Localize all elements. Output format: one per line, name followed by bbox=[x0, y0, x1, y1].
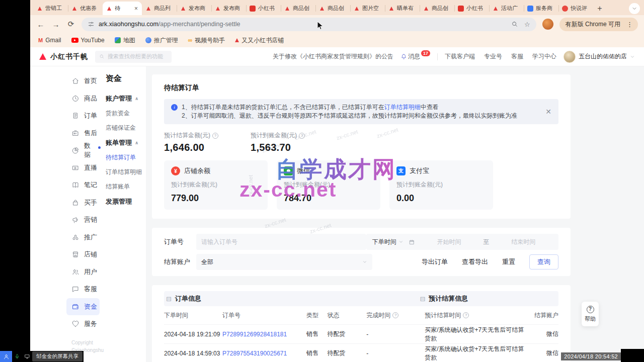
tab[interactable]: 营销工 bbox=[33, 2, 68, 15]
app-logo[interactable]: 小红书千帆 bbox=[39, 52, 88, 61]
export-orders-button[interactable]: 导出订单 bbox=[422, 257, 448, 266]
menu-item-pending-settle[interactable]: 待结算订单 bbox=[106, 150, 146, 165]
sidebar-item-notes[interactable]: 笔记 bbox=[71, 176, 101, 194]
tab[interactable]: 小红书 bbox=[454, 2, 489, 15]
bookmark-star-icon[interactable]: ☆ bbox=[524, 21, 530, 28]
bookmark-gmail[interactable]: MGmail bbox=[38, 37, 61, 44]
tab[interactable]: 服务商 bbox=[524, 2, 558, 15]
sidebar-item-live[interactable]: 直播 bbox=[71, 159, 101, 177]
users-icon bbox=[71, 268, 79, 276]
view-export-button[interactable]: 查看导出 bbox=[462, 257, 488, 266]
forward-icon[interactable]: → bbox=[51, 20, 60, 29]
tab[interactable]: 活动广 bbox=[489, 2, 524, 15]
menu-section-account-mgmt[interactable]: 账户管理∧ bbox=[106, 91, 146, 106]
main-content: 待结算订单 i 1、待结算订单是未结算的货款订单汇总，不含已结算订单，已结算订单… bbox=[146, 66, 644, 362]
nav-customer-service[interactable]: 客服 bbox=[511, 52, 523, 61]
end-time-input[interactable]: 结束时间 bbox=[494, 238, 552, 246]
tab[interactable]: 快说评 bbox=[558, 2, 593, 15]
menu-item-shop-deposit[interactable]: 店铺保证金 bbox=[106, 121, 146, 135]
order-no-link[interactable]: P728975543190025671 bbox=[222, 350, 287, 357]
menu-item-loan-funds[interactable]: 货款资金 bbox=[106, 106, 146, 121]
order-no-input[interactable] bbox=[196, 234, 366, 250]
finish-time: - bbox=[366, 331, 425, 338]
tab[interactable]: 图片空 bbox=[350, 2, 385, 15]
order-no-link[interactable]: P728991269928418181 bbox=[222, 331, 287, 338]
sidebar-item-marketing[interactable]: 营销 bbox=[71, 211, 101, 229]
search-icon[interactable] bbox=[511, 21, 518, 28]
shop-icon bbox=[71, 250, 79, 258]
tab[interactable]: 商品创 bbox=[420, 2, 454, 15]
sidebar-item-promotion[interactable]: 推广 bbox=[71, 229, 101, 246]
settle-account-select[interactable]: 全部 bbox=[196, 254, 372, 270]
menu-kebab-icon[interactable]: ⋮ bbox=[623, 21, 636, 28]
announcement-link[interactable]: 关于修改《小红书商家发货管理规则》的公告 bbox=[273, 52, 393, 61]
start-time-input[interactable]: 开始时间 bbox=[420, 238, 478, 246]
menu-section-invoice-mgmt[interactable]: 发票管理 bbox=[106, 194, 146, 209]
collapse-icon[interactable]: ⊟ bbox=[166, 295, 172, 303]
sidebar-item-orders[interactable]: 订单 bbox=[71, 107, 101, 125]
bookmark-youtube[interactable]: YouTube bbox=[71, 37, 105, 44]
settle-detail-link[interactable]: 订单结算明细 bbox=[384, 104, 421, 111]
help-tooltip-icon[interactable]: ? bbox=[392, 312, 398, 318]
address-bar[interactable]: ark.xiaohongshu.com/app-merchant/pending… bbox=[82, 18, 536, 31]
tab[interactable]: 发布商 bbox=[211, 2, 246, 15]
query-button[interactable]: 查询 bbox=[529, 254, 558, 269]
help-tooltip-icon[interactable]: ? bbox=[212, 133, 218, 139]
sidebar-item-shop[interactable]: 店铺 bbox=[71, 246, 101, 263]
menu-item-settle-detail[interactable]: 订单结算明细 bbox=[106, 165, 146, 179]
menu-section-bill-mgmt[interactable]: 账单管理∧ bbox=[106, 135, 146, 150]
store-switcher[interactable]: 五台山的佑佑的店 bbox=[564, 51, 635, 63]
site-settings-icon[interactable] bbox=[88, 21, 95, 28]
chrome-profile-avatar[interactable] bbox=[542, 19, 553, 30]
help-tooltip-icon[interactable]: ? bbox=[299, 133, 305, 139]
bookmark-maps[interactable]: 地图 bbox=[115, 36, 135, 45]
app-search-input[interactable]: 搜索查找你想要的功能 bbox=[95, 51, 172, 63]
tab[interactable]: 小红书 bbox=[246, 2, 281, 15]
tab[interactable]: 晒单有 bbox=[385, 2, 420, 15]
help-button[interactable]: ? 帮助 bbox=[582, 302, 599, 326]
sidebar-item-buyer[interactable]: 买手 bbox=[71, 194, 101, 212]
banner-close-icon[interactable]: ✕ bbox=[539, 108, 551, 116]
nav-download-client[interactable]: 下载客户端 bbox=[445, 52, 475, 61]
collapse-caret-icon: ∧ bbox=[135, 96, 138, 101]
bookmark-promotion[interactable]: 推广管理 bbox=[145, 36, 178, 45]
collapse-icon[interactable]: ⊟ bbox=[420, 295, 425, 303]
participant-icon bbox=[0, 351, 12, 362]
sidebar-item-data[interactable]: 数据 bbox=[71, 142, 101, 159]
filter-card: 订单号 下单时间 开始时间 至 结束时间 结算账户 全部 bbox=[152, 228, 571, 276]
sidebar-item-home[interactable]: 首页 bbox=[71, 72, 101, 90]
settle-account: 微信 bbox=[528, 330, 558, 338]
bookmark-channels-helper[interactable]: ∞视频号助手 bbox=[188, 36, 225, 45]
nav-learning-center[interactable]: 学习中心 bbox=[532, 52, 556, 61]
reset-button[interactable]: 重置 bbox=[502, 257, 515, 266]
sidebar-item-aftersale[interactable]: 售后 bbox=[71, 125, 101, 142]
tab[interactable]: 商品创 bbox=[315, 2, 350, 15]
reload-icon[interactable]: ⟳ bbox=[66, 20, 75, 29]
tab-close-icon[interactable]: × bbox=[134, 5, 138, 12]
nav-professional-account[interactable]: 专业号 bbox=[484, 52, 502, 61]
messages-button[interactable]: 消息 17 bbox=[400, 52, 430, 61]
sidebar-item-users[interactable]: 用户 bbox=[71, 263, 101, 281]
tab-search-icon[interactable] bbox=[629, 3, 640, 14]
buyer-icon bbox=[71, 199, 79, 207]
tab[interactable]: 发布商 bbox=[177, 2, 211, 15]
chrome-update-button[interactable]: 有新版 Chrome 可用 ⋮ bbox=[559, 18, 638, 31]
menu-item-settle-bill[interactable]: 结算账单 bbox=[106, 179, 146, 194]
sidebar-item-funds[interactable]: 资金 bbox=[66, 298, 100, 316]
sidebar-item-services[interactable]: 服务 bbox=[71, 315, 101, 333]
tab-active[interactable]: 待× bbox=[103, 2, 142, 15]
help-tooltip-icon[interactable]: ? bbox=[463, 312, 469, 318]
stat-value: 1,646.00 bbox=[164, 142, 218, 153]
new-tab-button[interactable]: + bbox=[593, 2, 606, 15]
sidebar-item-service[interactable]: 客服 bbox=[71, 281, 101, 298]
time-type-select[interactable]: 下单时间 bbox=[372, 238, 404, 246]
chevron-down-icon bbox=[398, 239, 404, 244]
tab[interactable]: 商品创 bbox=[281, 2, 315, 15]
time-range-field[interactable]: 下单时间 开始时间 至 结束时间 bbox=[366, 234, 558, 250]
sidebar-item-goods[interactable]: 商品 bbox=[71, 90, 101, 108]
tab[interactable]: 商品列 bbox=[142, 2, 177, 15]
back-icon[interactable]: ← bbox=[36, 20, 45, 29]
brand-name: 小红书千帆 bbox=[50, 52, 88, 61]
tab[interactable]: 优惠券 bbox=[68, 2, 103, 15]
bookmark-xhs-shop[interactable]: 又又小红书店铺 bbox=[235, 36, 284, 45]
